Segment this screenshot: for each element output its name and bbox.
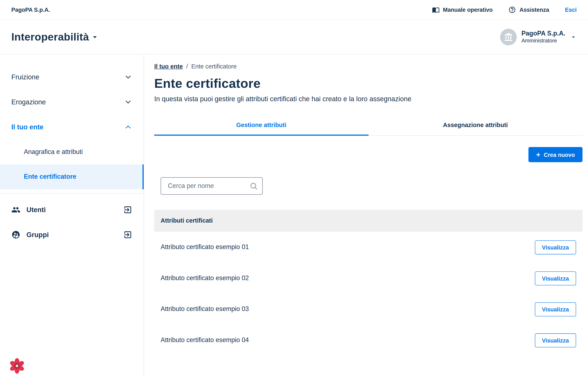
product-header: Interoperabilità PagoPA S.p.A. Amministr… [0, 20, 588, 54]
manual-label: Manuale operativo [443, 7, 493, 13]
breadcrumb-current: Ente certificatore [191, 63, 237, 70]
party-name: PagoPA S.p.A. [521, 30, 565, 38]
sidebar-item-fruizione[interactable]: Fruizione [0, 65, 144, 90]
product-title: Interoperabilità [11, 31, 89, 43]
sidebar-item-utenti[interactable]: Utenti [0, 197, 144, 222]
sidebar-item-label: Fruizione [11, 73, 118, 81]
attribute-name: Attributo certificato esempio 02 [161, 274, 249, 282]
actions-row: + Crea nuovo [154, 147, 582, 162]
table-header: Attributi certificati [154, 210, 582, 232]
view-button[interactable]: Visualizza [535, 271, 576, 285]
plus-icon: + [536, 151, 540, 158]
attribute-name: Attributo certificato esempio 01 [161, 243, 249, 251]
topbar: PagoPA S.p.A. Manuale operativo Assisten… [0, 0, 588, 20]
chevron-down-icon [570, 33, 577, 40]
sidebar-item-gruppi[interactable]: Gruppi [0, 222, 144, 247]
company-brand: PagoPA S.p.A. [11, 7, 50, 13]
flower-logo [9, 358, 25, 376]
table-header-label: Attributi certificati [161, 217, 213, 224]
exit-to-app-icon [123, 205, 132, 214]
tabs: Gestione attributi Assegnazione attribut… [154, 116, 582, 136]
sidebar-item-label: Il tuo ente [11, 123, 118, 131]
table-row: Attributo certificato esempio 01 Visuali… [154, 232, 582, 263]
people-icon [11, 205, 20, 214]
breadcrumb: Il tuo ente / Ente certificatore [154, 63, 582, 70]
search-box [161, 177, 263, 195]
main-content: Il tuo ente / Ente certificatore Ente ce… [144, 54, 588, 378]
exit-to-app-icon [123, 230, 132, 239]
product-switcher[interactable]: Interoperabilità [11, 31, 100, 43]
breadcrumb-separator: / [186, 63, 188, 70]
sidebar-item-label: Erogazione [11, 98, 118, 106]
sidebar-item-label: Utenti [27, 206, 117, 214]
groups-icon [11, 230, 20, 239]
page-title: Ente certificatore [154, 76, 582, 91]
chevron-down-icon [124, 98, 132, 106]
chevron-up-icon [124, 123, 132, 131]
manual-link[interactable]: Manuale operativo [432, 6, 493, 14]
topbar-right: Manuale operativo Assistenza Esci [432, 6, 577, 14]
tab-gestione-attributi[interactable]: Gestione attributi [154, 116, 368, 136]
party-info: PagoPA S.p.A. Amministratore [521, 30, 565, 44]
table-row: Attributo certificato esempio 02 Visuali… [154, 263, 582, 294]
sidebar-item-il-tuo-ente[interactable]: Il tuo ente [0, 114, 144, 139]
create-new-label: Crea nuovo [544, 151, 575, 158]
assistance-label: Assistenza [520, 7, 549, 13]
assistance-link[interactable]: Assistenza [509, 6, 549, 14]
book-icon [432, 6, 440, 14]
view-button[interactable]: Visualizza [535, 240, 576, 254]
help-icon [509, 6, 516, 14]
party-menu[interactable]: PagoPA S.p.A. Amministratore [500, 28, 577, 45]
party-role: Amministratore [521, 38, 565, 44]
create-new-button[interactable]: + Crea nuovo [529, 147, 583, 162]
tab-assegnazione-attributi[interactable]: Assegnazione attributi [368, 116, 583, 135]
page-subtitle: In questa vista puoi gestire gli attribu… [154, 95, 582, 103]
logout-link[interactable]: Esci [565, 7, 577, 13]
avatar [500, 28, 517, 45]
attribute-name: Attributo certificato esempio 03 [161, 305, 249, 313]
app-root: PagoPA S.p.A. Manuale operativo Assisten… [0, 0, 588, 378]
chevron-down-icon [91, 32, 100, 41]
breadcrumb-parent-link[interactable]: Il tuo ente [154, 63, 183, 70]
chevron-down-icon [124, 73, 132, 81]
sidebar-item-label: Gruppi [27, 231, 117, 239]
sidebar: Fruizione Erogazione Il tuo ente Anagraf… [0, 54, 144, 378]
sidebar-divider [0, 193, 144, 194]
table-row: Attributo certificato esempio 04 Visuali… [154, 325, 582, 356]
sidebar-item-ente-certificatore[interactable]: Ente certificatore [0, 164, 144, 189]
attributes-table: Attributi certificati Attributo certific… [154, 210, 582, 356]
sidebar-item-anagrafica-e-attributi[interactable]: Anagrafica e attributi [0, 139, 144, 164]
view-button[interactable]: Visualizza [535, 333, 576, 347]
search-input[interactable] [167, 182, 250, 190]
attribute-name: Attributo certificato esempio 04 [161, 337, 249, 344]
view-button[interactable]: Visualizza [535, 302, 576, 316]
layout: Fruizione Erogazione Il tuo ente Anagraf… [0, 54, 588, 378]
sidebar-item-erogazione[interactable]: Erogazione [0, 90, 144, 115]
search-icon [250, 182, 258, 190]
table-row: Attributo certificato esempio 03 Visuali… [154, 294, 582, 325]
